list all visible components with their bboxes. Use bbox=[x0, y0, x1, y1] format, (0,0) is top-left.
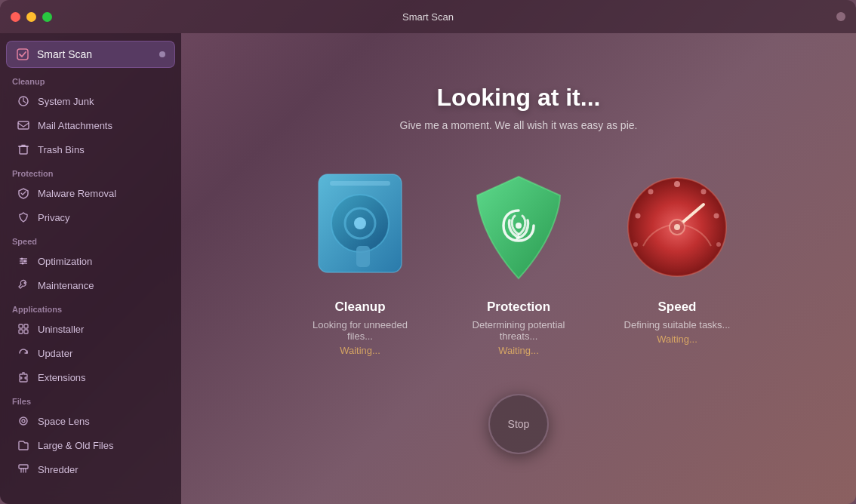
stop-button[interactable]: Stop bbox=[488, 394, 549, 454]
svg-point-7 bbox=[24, 260, 26, 263]
space-lens-label: Space Lens bbox=[38, 416, 90, 427]
cleanup-waiting: Waiting... bbox=[340, 345, 380, 356]
smart-scan-label: Smart Scan bbox=[37, 48, 152, 60]
stop-button-label: Stop bbox=[508, 418, 530, 430]
scan-cards: Cleanup Looking for unneeded files... Wa… bbox=[300, 169, 737, 356]
window-controls bbox=[11, 12, 52, 22]
sidebar-item-mail-attachments[interactable]: Mail Attachments bbox=[5, 114, 177, 137]
svg-point-34 bbox=[674, 224, 680, 230]
shredder-icon bbox=[17, 463, 30, 476]
updater-icon bbox=[17, 346, 30, 360]
extensions-label: Extensions bbox=[38, 372, 86, 383]
svg-rect-11 bbox=[19, 330, 23, 333]
cleanup-status: Looking for unneeded files... bbox=[300, 319, 420, 342]
sidebar-item-shredder[interactable]: Shredder bbox=[5, 458, 177, 481]
speed-status: Defining suitable tasks... bbox=[624, 319, 731, 330]
svg-point-20 bbox=[354, 217, 366, 229]
speed-waiting: Waiting... bbox=[657, 333, 697, 345]
svg-point-14 bbox=[22, 419, 25, 423]
svg-rect-9 bbox=[19, 324, 23, 328]
sidebar-item-updater[interactable]: Updater bbox=[5, 342, 177, 364]
sidebar-item-malware-removal[interactable]: Malware Removal bbox=[5, 182, 177, 204]
malware-removal-label: Malware Removal bbox=[38, 188, 116, 199]
svg-point-27 bbox=[714, 214, 719, 219]
svg-point-28 bbox=[648, 189, 654, 195]
protection-card-icon bbox=[466, 169, 571, 286]
protection-card: Protection Determining potential threats… bbox=[458, 169, 579, 356]
space-lens-icon bbox=[17, 414, 30, 428]
sidebar-item-maintenance[interactable]: Maintenance bbox=[5, 274, 177, 297]
section-cleanup-label: Cleanup bbox=[0, 69, 181, 89]
smart-scan-icon bbox=[16, 48, 29, 61]
titlebar-dot bbox=[836, 12, 845, 21]
sidebar-item-optimization[interactable]: Optimization bbox=[5, 250, 177, 272]
main-content: Smart Scan Cleanup System Junk bbox=[0, 33, 856, 504]
svg-point-13 bbox=[20, 417, 27, 425]
svg-rect-10 bbox=[24, 324, 28, 328]
optimization-icon bbox=[17, 254, 30, 268]
app-window: Smart Scan Smart Scan Cleanup bbox=[0, 0, 856, 504]
svg-point-31 bbox=[716, 242, 721, 247]
maximize-button[interactable] bbox=[42, 12, 52, 22]
titlebar: Smart Scan bbox=[0, 0, 856, 33]
svg-point-25 bbox=[674, 181, 680, 187]
close-button[interactable] bbox=[11, 12, 20, 22]
section-applications-label: Applications bbox=[0, 297, 181, 317]
svg-point-8 bbox=[22, 263, 24, 265]
system-junk-icon bbox=[17, 94, 30, 108]
malware-icon bbox=[17, 186, 30, 200]
large-old-files-icon bbox=[17, 438, 30, 452]
svg-rect-12 bbox=[24, 330, 28, 333]
speed-card: Speed Defining suitable tasks... Waiting… bbox=[617, 169, 737, 356]
svg-point-30 bbox=[633, 242, 638, 247]
svg-point-6 bbox=[21, 258, 23, 260]
privacy-label: Privacy bbox=[38, 212, 70, 223]
cleanup-card: Cleanup Looking for unneeded files... Wa… bbox=[300, 169, 420, 356]
svg-rect-22 bbox=[330, 181, 390, 186]
cleanup-name: Cleanup bbox=[334, 300, 385, 315]
mail-icon bbox=[17, 118, 30, 132]
privacy-icon bbox=[17, 211, 30, 224]
svg-rect-15 bbox=[19, 465, 28, 469]
sidebar-item-large-old-files[interactable]: Large & Old Files bbox=[5, 434, 177, 456]
maintenance-label: Maintenance bbox=[38, 280, 94, 291]
sidebar-item-extensions[interactable]: Extensions bbox=[5, 366, 177, 389]
section-files-label: Files bbox=[0, 389, 181, 409]
sidebar-item-trash-bins[interactable]: Trash Bins bbox=[5, 138, 177, 161]
speed-card-icon bbox=[624, 169, 730, 286]
mail-attachments-label: Mail Attachments bbox=[38, 120, 112, 131]
shredder-label: Shredder bbox=[38, 464, 78, 475]
trash-bins-label: Trash Bins bbox=[38, 144, 85, 155]
sidebar-item-uninstaller[interactable]: Uninstaller bbox=[5, 318, 177, 340]
window-title: Smart Scan bbox=[402, 11, 454, 23]
smart-scan-indicator bbox=[159, 51, 165, 57]
protection-waiting: Waiting... bbox=[498, 345, 539, 356]
sidebar-item-smart-scan[interactable]: Smart Scan bbox=[6, 41, 175, 68]
svg-point-23 bbox=[516, 223, 522, 229]
sidebar-item-system-junk[interactable]: System Junk bbox=[5, 90, 177, 112]
scan-title: Looking at it... bbox=[437, 84, 601, 112]
updater-label: Updater bbox=[38, 348, 72, 359]
svg-point-26 bbox=[701, 189, 707, 195]
sidebar-item-privacy[interactable]: Privacy bbox=[5, 206, 177, 229]
cleanup-card-icon bbox=[307, 169, 413, 286]
protection-name: Protection bbox=[487, 300, 550, 315]
section-protection-label: Protection bbox=[0, 161, 181, 181]
optimization-label: Optimization bbox=[38, 256, 92, 267]
extensions-icon bbox=[17, 370, 30, 384]
svg-rect-21 bbox=[356, 246, 370, 267]
minimize-button[interactable] bbox=[26, 12, 36, 22]
sidebar-item-space-lens[interactable]: Space Lens bbox=[5, 410, 177, 432]
svg-rect-2 bbox=[18, 121, 29, 129]
large-old-files-label: Large & Old Files bbox=[38, 440, 113, 451]
protection-status: Determining potential threats... bbox=[458, 319, 579, 342]
uninstaller-label: Uninstaller bbox=[38, 324, 84, 335]
system-junk-label: System Junk bbox=[38, 96, 94, 107]
uninstaller-icon bbox=[17, 322, 30, 336]
trash-icon bbox=[17, 143, 30, 156]
scan-subtitle: Give me a moment. We all wish it was eas… bbox=[400, 119, 638, 131]
maintenance-icon bbox=[17, 278, 30, 292]
svg-point-29 bbox=[636, 214, 641, 219]
speed-name: Speed bbox=[657, 300, 696, 315]
sidebar: Smart Scan Cleanup System Junk bbox=[0, 33, 181, 504]
